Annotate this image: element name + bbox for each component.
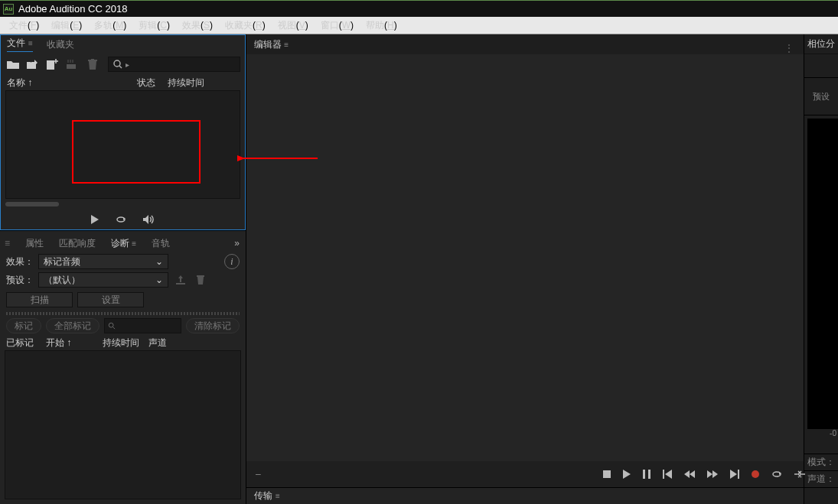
autoplay-icon[interactable] [143,215,155,224]
search-input[interactable]: ▸ [108,57,240,72]
svg-rect-8 [738,470,739,479]
menu-multitrack[interactable]: 多轨(M) [88,19,132,32]
trash-icon [85,57,100,71]
svg-rect-6 [648,470,651,479]
svg-point-2 [114,60,120,67]
rewind-icon[interactable] [684,470,695,478]
effect-label: 效果： [6,255,34,268]
app-logo: Au [3,4,14,15]
clear-marks-button[interactable]: 清除标记 [186,318,240,333]
editor-header: 编辑器 ≡ [246,34,804,54]
svg-rect-1 [67,64,76,69]
tab-audio[interactable]: 音轨 [152,237,170,250]
phase-display [807,119,838,429]
diagnostics-list[interactable] [5,350,241,499]
file-list-scroll[interactable] [5,202,240,208]
delete-preset-icon [193,273,208,287]
tab-properties[interactable]: 属性 [25,237,44,250]
editor-title: 编辑器 ≡ [254,38,289,51]
search-icon [113,60,122,69]
preset-dropdown[interactable]: （默认）⌄ [38,272,168,288]
tab-match-loudness[interactable]: 匹配响度 [59,237,96,250]
title-bar: Au Adobe Audition CC 2018 [0,0,838,17]
svg-rect-0 [47,60,54,70]
insert-icon [65,57,80,71]
play-icon[interactable] [623,470,631,479]
phase-preset-label[interactable]: 预设 [804,77,838,115]
menu-help[interactable]: 帮助(H) [360,19,403,32]
skip-start-icon[interactable] [663,470,672,479]
stop-icon[interactable] [603,470,611,478]
skip-selection-icon[interactable] [794,470,805,479]
annotation-highlight-box [72,120,201,184]
loop-icon[interactable] [116,215,126,224]
pause-icon[interactable] [643,470,651,479]
loop-playback-icon[interactable] [771,470,782,479]
tab-diagnostics[interactable]: 诊断 ≡ [111,237,136,250]
svg-rect-4 [603,470,611,478]
menu-view[interactable]: 视图(V) [272,19,315,32]
mark-button[interactable]: 标记 [6,318,41,333]
file-column-headers[interactable]: 名称 ↑ 状态 持续时间 [1,75,245,90]
preset-label: 预设： [6,274,34,287]
record-icon[interactable] [752,470,759,478]
forward-icon[interactable] [707,470,718,478]
panel-overflow-icon[interactable]: » [234,238,240,249]
import-icon[interactable] [25,57,41,71]
tab-files[interactable]: 文件≡ [7,37,33,52]
files-panel: 文件≡ 收藏夹 ▸ 名称 ↑ 状态 持续时间 [0,34,246,230]
menu-edit[interactable]: 编辑(E) [45,19,88,32]
save-preset-icon [173,273,188,287]
mark-all-button[interactable]: 全部标记 [46,318,99,333]
app-title: Adobe Audition CC 2018 [18,3,127,15]
open-file-icon[interactable] [5,57,21,71]
menu-clip[interactable]: 剪辑(C) [132,19,176,32]
phase-scale: -0 [804,429,838,443]
svg-rect-7 [663,470,664,479]
transport-panel-header: 传输 ≡ [246,487,804,504]
mark-search-input[interactable] [104,318,181,333]
svg-point-3 [109,323,113,327]
settings-button[interactable]: 设置 [77,292,144,307]
effect-dropdown[interactable]: 标记音频⌄ [38,254,168,269]
separator [6,312,240,315]
new-file-icon[interactable] [45,57,60,71]
play-icon[interactable] [91,215,99,224]
diagnostics-panel: ≡ 属性 匹配响度 诊断 ≡ 音轨 » 效果： 标记音频⌄ i 预设： （默认）… [0,230,246,504]
skip-end-icon[interactable] [730,470,739,479]
timecode-placeholder: – [256,469,261,480]
phase-title: 相位分 [804,34,838,54]
mode-label: 模式： [804,454,838,470]
phase-panel: 相位分 预设 -0 模式： 声道： [804,34,838,504]
editor-canvas[interactable] [246,54,804,461]
tab-favorites[interactable]: 收藏夹 [47,38,74,51]
editor-panel-options-icon[interactable]: ⋮ [781,43,797,52]
diag-column-headers[interactable]: 已标记 开始 ↑ 持续时间 声道 [0,335,246,350]
scan-button[interactable]: 扫描 [6,292,73,307]
svg-rect-5 [643,470,645,479]
channel-label: 声道： [804,470,838,487]
menu-effects[interactable]: 效果(S) [176,19,219,32]
editor-controls-bar: – [246,461,804,487]
menu-bar: 文件(F) 编辑(E) 多轨(M) 剪辑(C) 效果(S) 收藏夹(R) 视图(… [0,17,838,34]
menu-favorites[interactable]: 收藏夹(R) [219,19,272,32]
tab-menu-icon[interactable]: ≡ [28,39,33,47]
menu-window[interactable]: 窗口(W) [315,19,360,32]
info-icon[interactable]: i [224,254,240,269]
file-list[interactable] [5,90,240,199]
menu-file[interactable]: 文件(F) [3,19,45,32]
